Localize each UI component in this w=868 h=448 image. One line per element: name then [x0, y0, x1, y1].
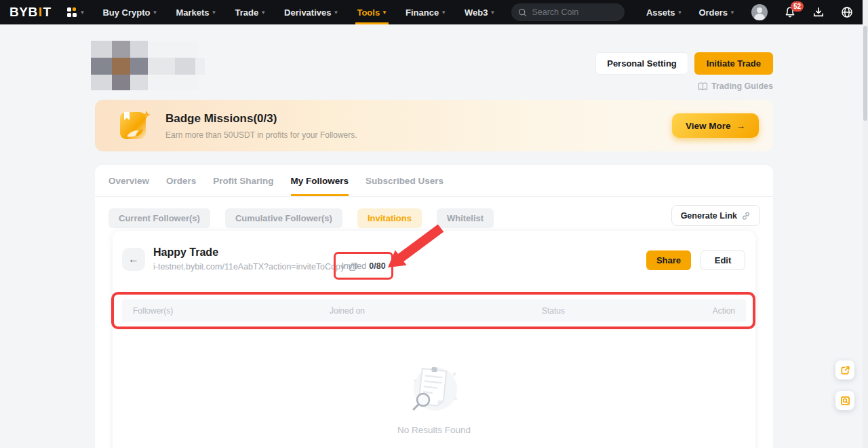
tab-overview[interactable]: Overview	[108, 176, 149, 196]
menu-tools[interactable]: Tools▼	[357, 0, 387, 24]
subtab-cumulative-followers[interactable]: Cumulative Follower(s)	[225, 208, 342, 228]
scrollbar-thumb[interactable]	[863, 26, 867, 121]
menu-derivatives[interactable]: Derivatives▼	[284, 0, 338, 24]
grid-square	[73, 13, 77, 17]
badge-icon	[115, 107, 153, 145]
view-more-button[interactable]: View More →	[672, 113, 759, 138]
search-in-box-icon	[840, 396, 850, 406]
mosaic-cell	[148, 75, 198, 90]
download-app-icon[interactable]	[812, 6, 825, 18]
no-results-icon	[410, 363, 458, 416]
trading-guides-link[interactable]: Trading Guides	[698, 81, 773, 91]
chevron-down-icon: ▼	[260, 10, 266, 16]
menu-label: Buy Crypto	[102, 7, 150, 18]
menu-label: Trade	[235, 7, 258, 18]
language-globe-icon[interactable]	[841, 6, 853, 18]
mosaic-cell	[130, 75, 148, 90]
empty-state: No Results Found	[113, 363, 755, 435]
invite-link-row: i-testnet.bybit.com/11eAabTX?action=invi…	[153, 262, 358, 272]
mosaic-cell	[175, 58, 195, 75]
grid-square-orange	[73, 7, 76, 11]
menu-trade[interactable]: Trade▼	[235, 0, 266, 24]
notifications-bell-icon[interactable]: 52	[784, 6, 796, 18]
book-icon	[698, 82, 708, 91]
tab-subscribed-users[interactable]: Subscribed Users	[366, 176, 443, 196]
search-input[interactable]	[532, 7, 613, 17]
share-button[interactable]: Share	[646, 250, 691, 270]
tab-orders[interactable]: Orders	[166, 176, 196, 196]
column-joined-on: Joined on	[330, 306, 542, 316]
menu-markets[interactable]: Markets▼	[176, 0, 216, 24]
menu-label: Derivatives	[284, 7, 331, 18]
logo-text: BYB	[9, 5, 38, 20]
edit-button[interactable]: Edit	[701, 250, 745, 270]
chevron-down-icon: ▼	[212, 10, 217, 16]
arrow-right-icon: →	[736, 121, 746, 131]
trader-name: Happy Trade	[153, 246, 218, 259]
invited-counter: Invited 0/80	[334, 252, 393, 280]
invite-link-url: i-testnet.bybit.com/11eAabTX?action=invi…	[153, 262, 344, 272]
back-button[interactable]: ←	[122, 248, 145, 271]
globe-icon	[841, 6, 853, 18]
subtab-invitations[interactable]: Invitations	[357, 208, 422, 228]
bybit-logo[interactable]: BYBIT	[9, 5, 52, 20]
coin-search-box[interactable]	[511, 3, 625, 21]
mosaic-cell	[91, 41, 112, 58]
banner-subtitle: Earn more than 50USDT in profits for you…	[165, 130, 357, 140]
mosaic-cell	[112, 58, 130, 75]
banner-text: Badge Missions(0/3) Earn more than 50USD…	[165, 112, 357, 140]
chevron-down-icon: ▼	[382, 10, 387, 16]
no-results-text: No Results Found	[397, 425, 471, 435]
mosaic-cell	[91, 75, 112, 90]
top-navbar: BYBIT ▼ Buy Crypto▼ Markets▼ Trade▼ Deri…	[0, 0, 863, 24]
menu-label: Finance	[406, 7, 439, 18]
avatar	[751, 4, 768, 20]
menu-buy-crypto[interactable]: Buy Crypto▼	[102, 0, 157, 24]
share-page-float-button[interactable]	[835, 360, 854, 379]
tab-profit-sharing[interactable]: Profit Sharing	[213, 176, 273, 196]
notification-count-badge: 52	[791, 1, 804, 12]
tab-my-followers[interactable]: My Followers	[291, 176, 349, 196]
personal-setting-button[interactable]: Personal Setting	[595, 52, 688, 75]
preview-float-button[interactable]	[835, 391, 854, 410]
initiate-trade-button[interactable]: Initiate Trade	[694, 52, 773, 75]
menu-finance[interactable]: Finance▼	[406, 0, 446, 24]
generate-link-button[interactable]: Generate Link	[671, 205, 760, 226]
copy-trading-panel: Overview Orders Profit Sharing My Follow…	[95, 165, 773, 448]
invited-label: Invited	[341, 261, 366, 271]
badge-missions-banner: Badge Missions(0/3) Earn more than 50USD…	[95, 100, 773, 151]
chevron-down-icon: ▼	[441, 10, 446, 16]
mosaic-cell	[112, 75, 130, 90]
menu-label: Assets	[646, 7, 675, 18]
products-grid-icon[interactable]: ▼	[66, 7, 85, 18]
chevron-down-icon: ▼	[80, 10, 85, 16]
invitation-link-card: ← Happy Trade i-testnet.bybit.com/11eAab…	[113, 231, 755, 448]
generate-link-label: Generate Link	[681, 211, 737, 221]
menu-label: Orders	[698, 7, 728, 18]
logo-text-2: T	[43, 5, 51, 20]
user-avatar[interactable]	[751, 4, 768, 20]
menu-label: Markets	[176, 7, 209, 18]
menu-web3[interactable]: Web3▼	[465, 0, 495, 24]
navbar-right: Assets▼ Orders▼ 52	[646, 4, 853, 20]
menu-assets[interactable]: Assets▼	[646, 7, 683, 18]
column-action: Action	[688, 306, 735, 316]
profile-actions: Personal Setting Initiate Trade	[595, 52, 773, 75]
subtab-whitelist[interactable]: Whitelist	[437, 208, 494, 228]
menu-orders[interactable]: Orders▼	[698, 7, 735, 18]
banner-title: Badge Missions(0/3)	[165, 112, 357, 126]
grid-square	[67, 7, 71, 12]
search-icon	[518, 8, 527, 17]
column-status: Status	[542, 306, 688, 316]
view-more-label: View More	[686, 121, 731, 131]
trading-guides-label: Trading Guides	[711, 81, 773, 91]
link-icon	[741, 211, 751, 221]
chevron-down-icon: ▼	[730, 10, 735, 16]
chevron-down-icon: ▼	[153, 10, 158, 16]
subtab-current-followers[interactable]: Current Follower(s)	[108, 208, 210, 228]
chevron-down-icon: ▼	[490, 10, 496, 16]
followers-table-header: Follower(s) Joined on Status Action	[122, 299, 746, 322]
scrollbar-track[interactable]	[863, 0, 868, 448]
mosaic-cell	[148, 41, 198, 58]
column-followers: Follower(s)	[133, 306, 330, 316]
